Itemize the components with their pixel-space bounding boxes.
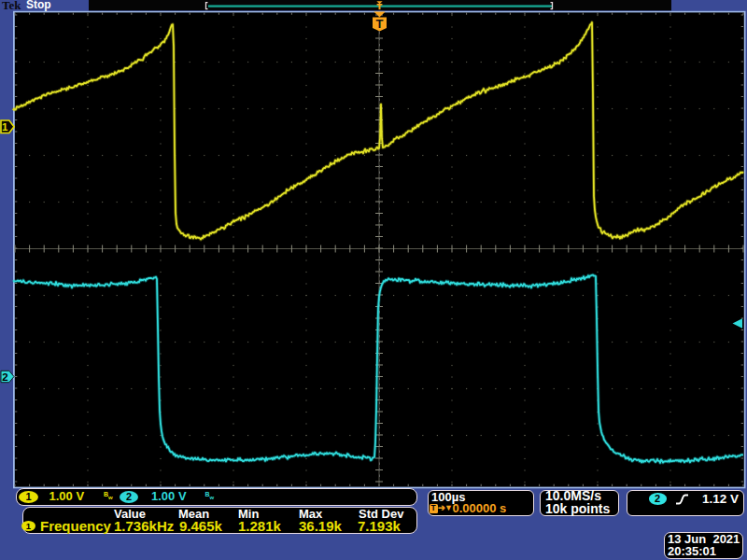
svg-text:1: 1 — [2, 121, 8, 133]
svg-text:T: T — [376, 17, 384, 31]
svg-text:2: 2 — [2, 371, 7, 383]
